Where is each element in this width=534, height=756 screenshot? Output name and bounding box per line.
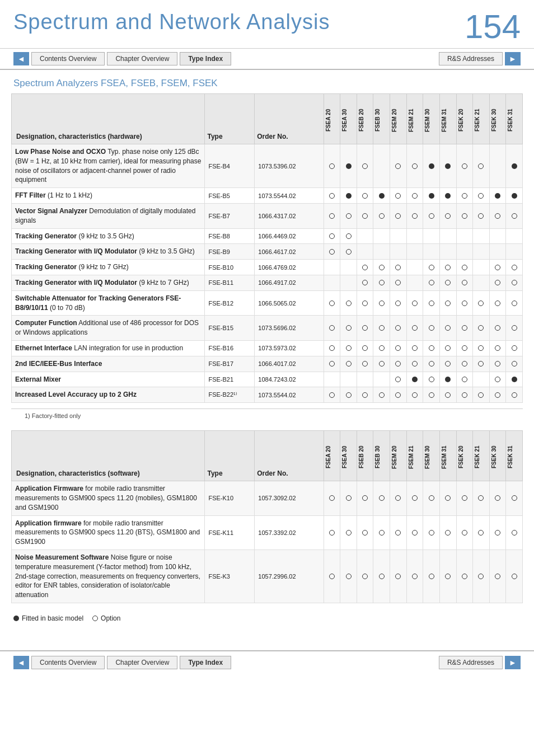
open-cell <box>329 300 335 306</box>
software-table-header: Designation, characteristics (software) … <box>12 431 523 481</box>
open-cell <box>379 325 385 331</box>
col-fsek31: FSEK 31 <box>506 94 523 144</box>
open-cell <box>412 300 418 306</box>
bottom-nav-contents-overview[interactable]: Contents Overview <box>31 656 105 669</box>
open-cell <box>429 574 434 579</box>
check-cell <box>473 188 490 204</box>
open-cell <box>445 392 451 398</box>
nav-chapter-overview[interactable]: Chapter Overview <box>107 52 177 65</box>
check-cell <box>489 515 506 550</box>
check-cell <box>373 144 390 188</box>
open-cell <box>329 163 335 169</box>
open-cell <box>362 345 368 351</box>
check-cell <box>489 203 506 228</box>
sw-col-fsem21: FSEM 21 <box>406 431 423 481</box>
check-cell <box>357 244 373 260</box>
open-cell <box>362 361 368 367</box>
designation-cell: Application firmware for mobile radio tr… <box>12 515 205 550</box>
open-cell <box>412 574 418 579</box>
bottom-nav-chapter-overview[interactable]: Chapter Overview <box>107 656 177 669</box>
fitted-legend: Fitted in basic model <box>13 614 83 622</box>
check-cell <box>390 188 407 204</box>
check-cell <box>324 340 340 356</box>
check-cell <box>357 340 373 356</box>
open-cell <box>395 193 401 199</box>
check-cell <box>324 550 340 603</box>
check-cell <box>340 372 357 387</box>
nav-type-index[interactable]: Type Index <box>180 52 231 65</box>
open-cell <box>412 392 418 398</box>
bottom-nav-bar: ◄ Contents Overview Chapter Overview Typ… <box>0 650 534 674</box>
check-cell <box>390 550 407 603</box>
open-cell <box>478 325 484 331</box>
open-cell <box>495 300 500 306</box>
open-cell <box>329 574 335 579</box>
bottom-next-button[interactable]: ► <box>505 656 521 669</box>
next-button[interactable]: ► <box>505 52 521 65</box>
open-cell <box>379 495 385 501</box>
col-fsea30: FSEA 30 <box>340 94 357 144</box>
open-cell <box>495 377 500 382</box>
nav-contents-overview[interactable]: Contents Overview <box>31 52 105 65</box>
check-cell <box>423 372 440 387</box>
check-cell <box>506 481 523 515</box>
open-cell <box>462 530 467 536</box>
designation-cell: Tracking Generator (9 kHz to 3.5 GHz) <box>12 228 205 244</box>
check-cell <box>357 515 373 550</box>
open-cell <box>379 265 385 270</box>
check-cell <box>489 481 506 515</box>
check-cell <box>439 260 456 275</box>
open-cell <box>429 213 434 219</box>
open-cell <box>429 280 434 285</box>
section-title: Spectrum Analyzers FSEA, FSEB, FSEM, FSE… <box>0 70 534 93</box>
prev-button[interactable]: ◄ <box>13 52 29 65</box>
check-cell <box>357 316 373 341</box>
sw-col-fsek20: FSEK 20 <box>456 431 473 481</box>
open-cell <box>429 300 434 306</box>
open-cell <box>495 530 500 536</box>
open-cell <box>362 280 368 285</box>
open-cell <box>429 392 434 398</box>
hardware-table: Designation, characteristics (hardware) … <box>11 93 523 403</box>
check-cell <box>340 515 357 550</box>
open-cell <box>395 280 401 285</box>
open-cell <box>412 163 418 169</box>
table-row: Increased Level Accuracy up to 2 GHzFSE-… <box>12 387 523 403</box>
open-cell <box>379 345 385 351</box>
check-cell <box>390 316 407 341</box>
type-cell: FSE-B10 <box>205 260 255 275</box>
order-cell: 1066.5065.02 <box>255 290 324 316</box>
check-cell <box>373 316 390 341</box>
open-cell <box>412 530 418 536</box>
check-cell <box>473 203 490 228</box>
check-cell <box>473 228 490 244</box>
check-cell <box>456 228 473 244</box>
open-cell <box>495 325 500 331</box>
bottom-nav-type-index[interactable]: Type Index <box>180 656 231 669</box>
check-cell <box>456 356 473 372</box>
table-row: Vector Signal Analyzer Demodulation of d… <box>12 203 523 228</box>
open-cell <box>462 495 467 501</box>
open-cell <box>462 280 467 285</box>
check-cell <box>423 340 440 356</box>
type-cell: FSE-B7 <box>205 203 255 228</box>
check-cell <box>489 340 506 356</box>
filled-cell <box>379 193 385 199</box>
filled-cell <box>429 193 434 199</box>
check-cell <box>423 290 440 316</box>
check-cell <box>473 316 490 341</box>
open-cell <box>512 300 517 306</box>
bottom-nav-rs-addresses[interactable]: R&S Addresses <box>439 656 503 669</box>
open-cell <box>412 361 418 367</box>
open-cell <box>362 163 368 169</box>
check-cell <box>456 316 473 341</box>
open-cell <box>512 265 517 270</box>
check-cell <box>506 290 523 316</box>
bottom-prev-button[interactable]: ◄ <box>13 656 29 669</box>
nav-rs-addresses[interactable]: R&S Addresses <box>439 52 503 65</box>
check-cell <box>473 144 490 188</box>
check-cell <box>340 340 357 356</box>
open-cell <box>379 300 385 306</box>
check-cell <box>456 203 473 228</box>
designation-cell: Tracking Generator with I/Q Modulator (9… <box>12 275 205 290</box>
